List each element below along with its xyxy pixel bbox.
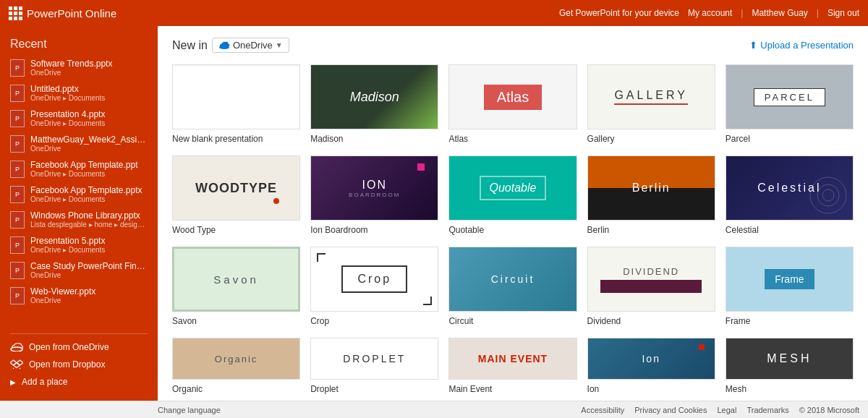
sidebar-item-6[interactable]: P Windows Phone Library.pptx Lista despl… — [0, 207, 158, 232]
file-icon-7: P — [10, 236, 25, 254]
blank-template-preview — [173, 65, 299, 129]
svg-point-4 — [13, 368, 14, 370]
main-header: New in OneDrive ▼ ⬆ Upload a Presentatio… — [172, 38, 854, 53]
onedrive-badge-icon — [218, 41, 230, 49]
template-blank[interactable]: New blank presentation — [172, 64, 300, 144]
svg-marker-3 — [14, 363, 20, 368]
template-mainevent[interactable]: Main Event Main Event — [448, 338, 576, 394]
svg-point-10 — [817, 184, 839, 206]
svg-point-11 — [822, 189, 834, 201]
sidebar-item-0[interactable]: P Software Trends.pptx OneDrive — [0, 55, 158, 80]
open-onedrive-button[interactable]: Open from OneDrive — [0, 338, 158, 356]
upload-presentation-button[interactable]: ⬆ Upload a Presentation — [749, 40, 854, 51]
user-name: Matthew Guay — [752, 8, 807, 18]
sidebar-item-9[interactable]: P Web-Viewer.pptx OneDrive — [0, 283, 158, 308]
celestial-circles-icon — [807, 174, 850, 217]
footer-links: Accessibility Privacy and Cookies Legal … — [581, 406, 859, 414]
change-language-link[interactable]: Change language — [158, 406, 221, 414]
sidebar-item-5[interactable]: P Facebook App Template.pptx OneDrive ▸ … — [0, 182, 158, 207]
sidebar-item-8[interactable]: P Case Study PowerPoint Final.pptx OneDr… — [0, 257, 158, 283]
template-circuit[interactable]: Circuit Circuit — [448, 247, 576, 326]
template-crop[interactable]: Crop Crop — [310, 247, 438, 326]
legal-link[interactable]: Legal — [717, 406, 736, 414]
footer: Change language Accessibility Privacy an… — [0, 401, 868, 418]
file-icon-4: P — [10, 161, 25, 178]
template-savon[interactable]: Savon Savon — [172, 247, 300, 326]
template-ion2[interactable]: Ion Ion — [587, 338, 715, 394]
accessibility-link[interactable]: Accessibility — [581, 406, 624, 414]
file-icon-1: P — [10, 85, 25, 102]
sidebar-item-7[interactable]: P Presentation 5.pptx OneDrive ▸ Documen… — [0, 232, 158, 257]
main-content: New in OneDrive ▼ ⬆ Upload a Presentatio… — [158, 26, 868, 401]
sign-out-link[interactable]: Sign out — [827, 8, 859, 18]
top-bar: PowerPoint Online Get PowerPoint for you… — [0, 0, 868, 26]
svg-point-6 — [219, 46, 229, 49]
sidebar-bottom: Open from OneDrive Open from Dropbox ▶ A… — [0, 325, 158, 395]
template-mesh[interactable]: Mesh Mesh — [726, 338, 854, 394]
onedrive-selector[interactable]: OneDrive ▼ — [212, 38, 289, 53]
template-berlin[interactable]: Berlin Berlin — [587, 155, 715, 235]
dropbox-icon — [10, 359, 23, 370]
privacy-link[interactable]: Privacy and Cookies — [634, 406, 707, 414]
file-icon-2: P — [10, 110, 25, 127]
svg-rect-7 — [173, 65, 299, 129]
copyright: © 2018 Microsoft — [799, 406, 859, 414]
file-icon-9: P — [10, 287, 25, 304]
my-account-link[interactable]: My account — [688, 8, 732, 18]
template-ion-boardroom[interactable]: ION BOARDROOM Ion Boardroom — [310, 155, 438, 235]
template-woodtype[interactable]: WOODTYPE Wood Type — [172, 155, 300, 235]
sidebar-item-2[interactable]: P Presentation 4.pptx OneDrive ▸ Documen… — [0, 106, 158, 131]
top-bar-right: Get PowerPoint for your device My accoun… — [559, 8, 859, 18]
onedrive-label: OneDrive — [233, 40, 273, 51]
new-in-label: New in OneDrive ▼ — [172, 38, 289, 53]
svg-point-9 — [810, 177, 846, 213]
template-dividend[interactable]: Dividend Dividend — [587, 247, 715, 326]
template-celestial[interactable]: Celestial Celestial — [726, 155, 854, 235]
sidebar-item-4[interactable]: P Facebook App Template.ppt OneDrive ▸ D… — [0, 156, 158, 182]
get-powerpoint-link[interactable]: Get PowerPoint for your device — [559, 8, 679, 18]
open-dropbox-button[interactable]: Open from Dropbox — [0, 356, 158, 373]
svg-point-5 — [20, 368, 21, 370]
template-madison[interactable]: Madison Madison — [310, 64, 438, 144]
recent-title: Recent — [0, 32, 158, 55]
file-icon-6: P — [10, 211, 25, 229]
template-organic[interactable]: Organic Organic — [172, 338, 300, 394]
template-quotable[interactable]: Quotable Quotable — [448, 155, 576, 235]
chevron-down-icon: ▼ — [276, 41, 283, 49]
file-icon-3: P — [10, 135, 25, 153]
template-parcel[interactable]: Parcel Parcel — [726, 64, 854, 144]
file-icon-8: P — [10, 262, 25, 279]
file-icon-0: P — [10, 59, 25, 77]
template-atlas[interactable]: Atlas Atlas — [448, 64, 576, 144]
add-place-button[interactable]: ▶ Add a place — [0, 373, 158, 391]
sidebar-item-1[interactable]: P Untitled.pptx OneDrive ▸ Documents — [0, 80, 158, 106]
template-frame[interactable]: Frame Frame — [726, 247, 854, 326]
trademarks-link[interactable]: Trademarks — [746, 406, 788, 414]
waffle-icon[interactable] — [9, 7, 22, 20]
app-title: PowerPoint Online — [27, 7, 116, 20]
onedrive-icon — [10, 343, 23, 351]
template-droplet[interactable]: Droplet Droplet — [310, 338, 438, 394]
template-gallery[interactable]: Gallery Gallery — [587, 64, 715, 144]
sidebar: Recent P Software Trends.pptx OneDrive P… — [0, 26, 158, 401]
templates-grid: New blank presentation Madison Madison A… — [172, 64, 854, 394]
svg-marker-2 — [17, 360, 23, 365]
svg-marker-1 — [10, 360, 17, 365]
sidebar-item-3[interactable]: P MatthewGuay_Week2_Assignme... OneDrive — [0, 131, 158, 156]
file-icon-5: P — [10, 186, 25, 203]
